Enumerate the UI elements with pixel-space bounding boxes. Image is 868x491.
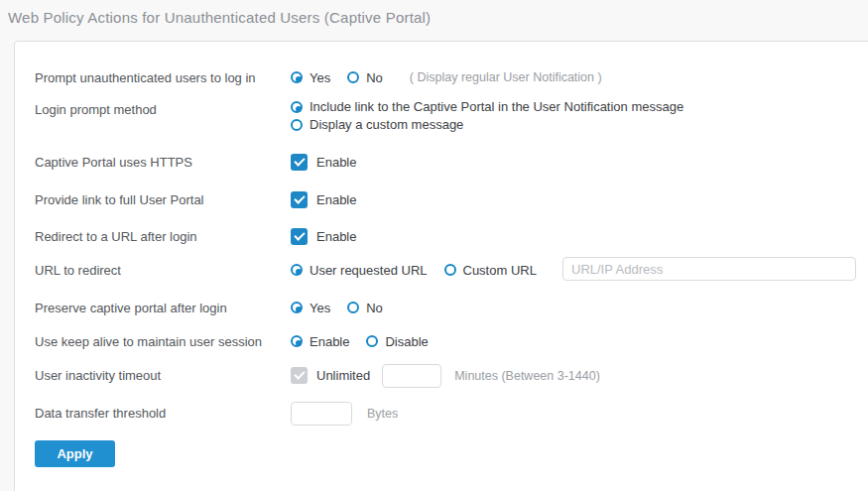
field-label: User inactivity timeout: [35, 368, 291, 383]
radio-label: Enable: [310, 334, 349, 349]
radio-label: No: [366, 301, 383, 315]
form-row-captive-https: Captive Portal uses HTTPS Enable: [35, 150, 864, 174]
field-hint: Bytes: [367, 407, 398, 421]
checkbox-label: Unlimited: [316, 368, 370, 383]
checkbox-unlimited: Unlimited: [291, 367, 370, 384]
inactivity-minutes-input[interactable]: [382, 364, 441, 388]
radio-icon: [291, 335, 303, 347]
radio-icon: [291, 119, 303, 131]
field-label: Data transfer threshold: [35, 406, 291, 421]
field-label: URL to redirect: [35, 263, 291, 278]
radio-icon: [291, 302, 303, 313]
radio-icon: [444, 264, 456, 276]
radio-custom-url[interactable]: Custom URL: [444, 263, 537, 278]
radio-label: No: [366, 70, 383, 85]
field-label: Captive Portal uses HTTPS: [35, 155, 291, 170]
radio-icon: [366, 335, 378, 347]
field-label: Prompt unauthenticated users to log in: [35, 70, 291, 85]
radio-prompt-yes[interactable]: Yes: [291, 70, 330, 85]
checkbox-label: Enable: [316, 192, 356, 207]
field-hint: ( Display regular User Notification ): [410, 70, 602, 84]
form-row-inactivity-timeout: User inactivity timeout Unlimited Minute…: [35, 363, 864, 388]
radio-label: Yes: [310, 70, 330, 85]
checkbox-redirect-after-login[interactable]: Enable: [291, 228, 356, 245]
radio-label: User requested URL: [310, 263, 428, 278]
field-label: Redirect to a URL after login: [35, 229, 291, 244]
radio-prompt-no[interactable]: No: [347, 70, 383, 85]
page-title: Web Policy Actions for Unauthenticated U…: [8, 9, 431, 26]
apply-button[interactable]: Apply: [35, 440, 115, 467]
field-label: Login prompt method: [35, 102, 291, 117]
field-label: Preserve captive portal after login: [35, 301, 291, 315]
radio-user-requested-url[interactable]: User requested URL: [291, 263, 428, 278]
radio-preserve-yes[interactable]: Yes: [291, 301, 330, 315]
checkbox-checked-icon: [291, 154, 308, 171]
radio-label: Custom URL: [463, 263, 537, 278]
radio-label: Yes: [310, 301, 330, 315]
form-row-login-prompt-method: Login prompt method Include link to the …: [35, 99, 864, 137]
form-row-user-portal-link: Provide link to full User Portal Enable: [35, 187, 864, 211]
checkbox-captive-https[interactable]: Enable: [291, 154, 356, 171]
radio-include-captive-link[interactable]: Include link to the Captive Portal in th…: [291, 99, 683, 114]
url-redirect-input[interactable]: [562, 257, 856, 281]
checkbox-checked-disabled-icon: [291, 367, 308, 384]
radio-label: Include link to the Captive Portal in th…: [310, 99, 683, 114]
radio-keepalive-enable[interactable]: Enable: [291, 334, 349, 349]
radio-keepalive-disable[interactable]: Disable: [366, 334, 428, 349]
radio-custom-message[interactable]: Display a custom message: [291, 117, 463, 132]
form-row-keep-alive: Use keep alive to maintain user session …: [35, 329, 864, 353]
form-row-preserve-portal: Preserve captive portal after login Yes …: [35, 296, 864, 319]
form-row-data-threshold: Data transfer threshold Bytes: [35, 401, 864, 426]
checkbox-user-portal-link[interactable]: Enable: [291, 191, 356, 208]
data-threshold-input[interactable]: [291, 402, 352, 426]
radio-label: Disable: [385, 334, 428, 349]
field-label: Provide link to full User Portal: [35, 192, 291, 207]
checkbox-checked-icon: [291, 191, 308, 208]
radio-icon: [347, 302, 359, 313]
checkbox-checked-icon: [291, 228, 308, 245]
radio-icon: [291, 264, 303, 276]
radio-icon: [291, 71, 303, 83]
field-hint: Minutes (Between 3-1440): [454, 369, 600, 383]
checkbox-label: Enable: [316, 229, 356, 244]
form-row-prompt-login: Prompt unauthenticated users to log in Y…: [35, 65, 864, 89]
radio-preserve-no[interactable]: No: [347, 301, 383, 315]
field-label: Use keep alive to maintain user session: [35, 334, 291, 349]
checkbox-label: Enable: [316, 155, 356, 170]
form-row-redirect-after-login: Redirect to a URL after login Enable: [35, 224, 864, 248]
radio-icon: [347, 71, 359, 83]
radio-label: Display a custom message: [310, 117, 463, 132]
radio-icon: [291, 101, 303, 113]
